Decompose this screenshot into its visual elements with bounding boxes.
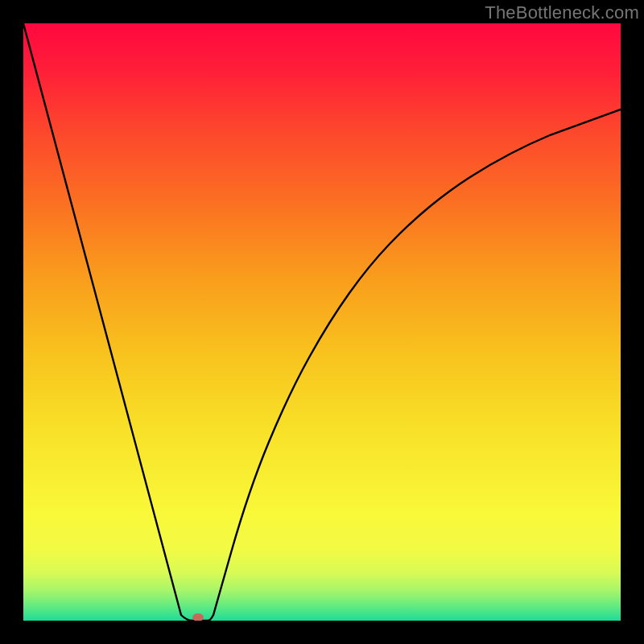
bottleneck-chart <box>23 23 621 621</box>
watermark-text: TheBottleneck.com <box>485 2 639 23</box>
gradient-background <box>23 23 621 621</box>
